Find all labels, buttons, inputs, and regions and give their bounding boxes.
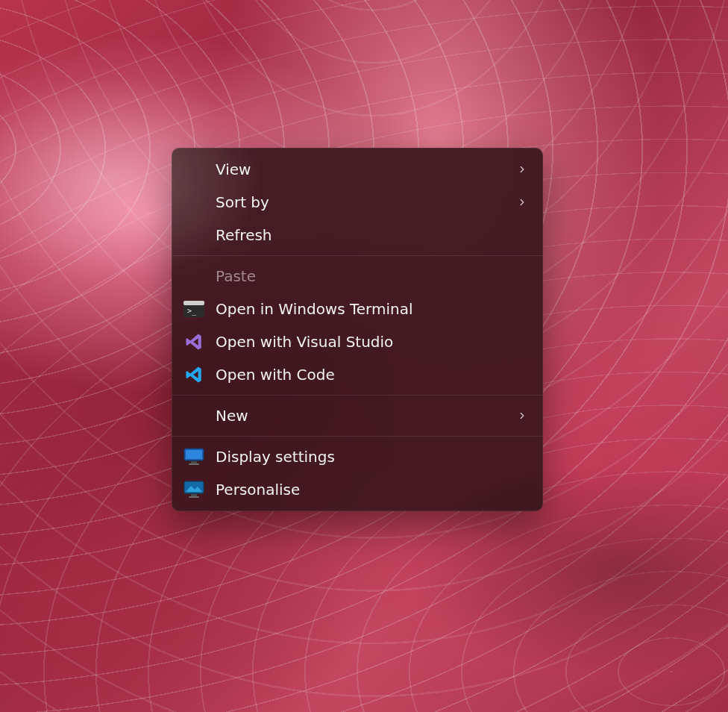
- terminal-icon: >_: [183, 298, 205, 320]
- menu-item-label: Open in Windows Terminal: [216, 300, 527, 318]
- svg-rect-1: [183, 301, 204, 305]
- menu-item-open-code[interactable]: Open with Code: [172, 358, 542, 391]
- svg-rect-5: [191, 461, 197, 463]
- menu-item-display-settings[interactable]: Display settings: [172, 440, 542, 473]
- display-icon: [183, 446, 205, 468]
- svg-text:>_: >_: [187, 307, 197, 316]
- svg-rect-4: [186, 450, 202, 459]
- desktop-context-menu: View Sort by Refresh Paste >_ Open in Wi…: [172, 148, 543, 511]
- menu-item-label: Paste: [216, 267, 527, 285]
- menu-item-open-visual-studio[interactable]: Open with Visual Studio: [172, 325, 542, 358]
- menu-separator: [172, 436, 542, 437]
- svg-rect-6: [189, 463, 199, 465]
- personalise-icon: [183, 478, 205, 501]
- menu-item-label: View: [216, 160, 506, 178]
- vscode-icon: [183, 363, 205, 386]
- menu-item-label: Display settings: [216, 448, 527, 466]
- blank-icon: [183, 265, 205, 287]
- menu-item-view[interactable]: View: [172, 153, 542, 186]
- blank-icon: [183, 158, 205, 181]
- menu-item-refresh[interactable]: Refresh: [172, 219, 542, 252]
- chevron-right-icon: [517, 164, 527, 175]
- menu-item-label: New: [216, 407, 506, 425]
- menu-item-personalise[interactable]: Personalise: [172, 473, 542, 506]
- menu-item-new[interactable]: New: [172, 399, 542, 432]
- menu-item-label: Sort by: [216, 193, 506, 211]
- menu-separator: [172, 255, 542, 256]
- visual-studio-icon: [183, 331, 205, 353]
- svg-rect-10: [189, 496, 199, 498]
- menu-item-label: Open with Visual Studio: [216, 333, 527, 351]
- chevron-right-icon: [517, 197, 527, 207]
- menu-item-label: Personalise: [216, 481, 527, 499]
- chevron-right-icon: [517, 410, 527, 421]
- menu-item-label: Refresh: [216, 226, 527, 244]
- menu-item-sort-by[interactable]: Sort by: [172, 186, 542, 219]
- svg-rect-9: [191, 494, 197, 496]
- blank-icon: [183, 224, 205, 246]
- menu-item-open-terminal[interactable]: >_ Open in Windows Terminal: [172, 293, 542, 325]
- blank-icon: [183, 405, 205, 427]
- menu-item-paste: Paste: [172, 260, 542, 293]
- menu-separator: [172, 395, 542, 396]
- desktop-background[interactable]: { "context_menu": { "sections": [ { "ite…: [0, 0, 728, 712]
- menu-item-label: Open with Code: [216, 366, 527, 384]
- blank-icon: [183, 191, 205, 213]
